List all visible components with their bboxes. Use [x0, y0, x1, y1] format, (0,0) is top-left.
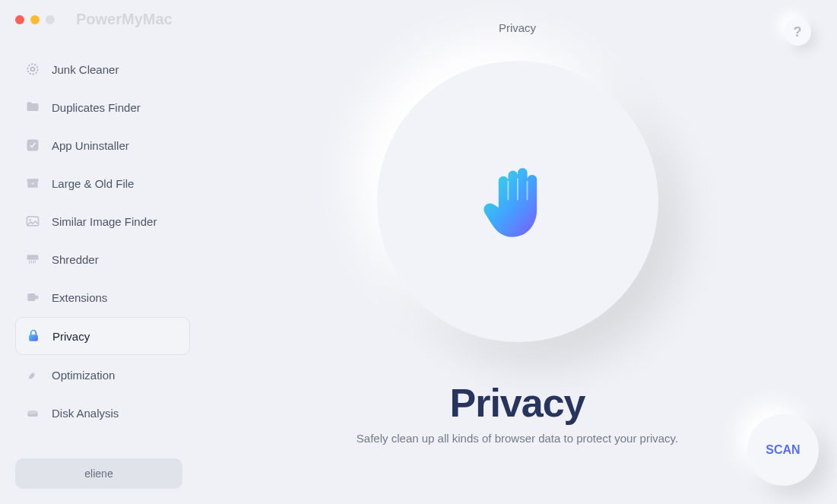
archive-icon: [24, 175, 41, 192]
target-icon: [24, 61, 41, 78]
sidebar: PowerMyMac Junk Cleaner Duplicates Finde…: [0, 0, 198, 504]
svg-point-1: [31, 68, 35, 71]
svg-point-7: [29, 219, 31, 221]
app-icon: [24, 137, 41, 154]
hand-stop-icon: [483, 160, 552, 243]
sidebar-item-shredder[interactable]: Shredder: [15, 241, 190, 277]
lock-icon: [25, 328, 42, 344]
sidebar-item-label: Optimization: [52, 369, 115, 382]
svg-rect-3: [27, 179, 39, 182]
sidebar-item-junk-cleaner[interactable]: Junk Cleaner: [15, 51, 190, 87]
sidebar-item-label: Duplicates Finder: [52, 101, 141, 114]
help-icon: ?: [794, 24, 802, 40]
hero-subtitle: Safely clean up all kinds of browser dat…: [357, 432, 678, 445]
sidebar-item-duplicates-finder[interactable]: Duplicates Finder: [15, 89, 190, 125]
section-header: Privacy: [499, 21, 536, 34]
shredder-icon: [24, 251, 41, 268]
user-account[interactable]: eliene: [15, 458, 182, 489]
sidebar-item-app-uninstaller[interactable]: App Uninstaller: [15, 127, 190, 163]
svg-rect-5: [31, 183, 33, 184]
sidebar-item-disk-analysis[interactable]: Disk Analysis: [15, 395, 190, 431]
sidebar-item-label: Junk Cleaner: [52, 63, 119, 76]
sidebar-item-extensions[interactable]: Extensions: [15, 279, 190, 315]
sidebar-item-label: Shredder: [52, 253, 99, 266]
puzzle-icon: [24, 289, 41, 306]
folder-icon: [24, 99, 41, 116]
image-icon: [24, 213, 41, 230]
user-name: eliene: [84, 468, 113, 480]
svg-rect-13: [27, 293, 35, 301]
svg-point-16: [33, 372, 35, 374]
svg-point-18: [27, 410, 37, 414]
window-controls: [15, 15, 55, 24]
svg-point-14: [35, 296, 39, 300]
rocket-icon: [24, 366, 41, 383]
hero-illustration: [377, 61, 658, 342]
svg-rect-8: [27, 255, 39, 260]
sidebar-nav: Junk Cleaner Duplicates Finder App Unins…: [15, 51, 190, 431]
scan-button[interactable]: SCAN: [747, 414, 819, 486]
svg-point-0: [27, 64, 37, 74]
titlebar: PowerMyMac: [15, 11, 190, 28]
disk-icon: [24, 404, 41, 421]
minimize-window-button[interactable]: [30, 15, 40, 24]
close-window-button[interactable]: [15, 15, 24, 24]
hero-title: Privacy: [449, 380, 585, 426]
svg-rect-15: [29, 334, 38, 341]
sidebar-item-label: Large & Old File: [52, 177, 134, 190]
sidebar-item-large-old-file[interactable]: Large & Old File: [15, 165, 190, 201]
app-title: PowerMyMac: [76, 11, 173, 28]
help-button[interactable]: ?: [784, 18, 811, 46]
app-window: PowerMyMac Junk Cleaner Duplicates Finde…: [0, 0, 837, 504]
sidebar-item-label: Disk Analysis: [52, 407, 119, 420]
sidebar-item-optimization[interactable]: Optimization: [15, 357, 190, 393]
sidebar-item-similar-image-finder[interactable]: Similar Image Finder: [15, 203, 190, 239]
svg-rect-4: [27, 182, 37, 188]
sidebar-item-label: Privacy: [52, 330, 90, 343]
sidebar-item-privacy[interactable]: Privacy: [15, 317, 190, 355]
maximize-window-button[interactable]: [46, 15, 55, 24]
sidebar-item-label: App Uninstaller: [52, 139, 129, 152]
sidebar-item-label: Extensions: [52, 291, 107, 304]
main-panel: Privacy ?: [198, 0, 837, 504]
sidebar-item-label: Similar Image Finder: [52, 215, 157, 228]
scan-button-label: SCAN: [766, 443, 800, 457]
